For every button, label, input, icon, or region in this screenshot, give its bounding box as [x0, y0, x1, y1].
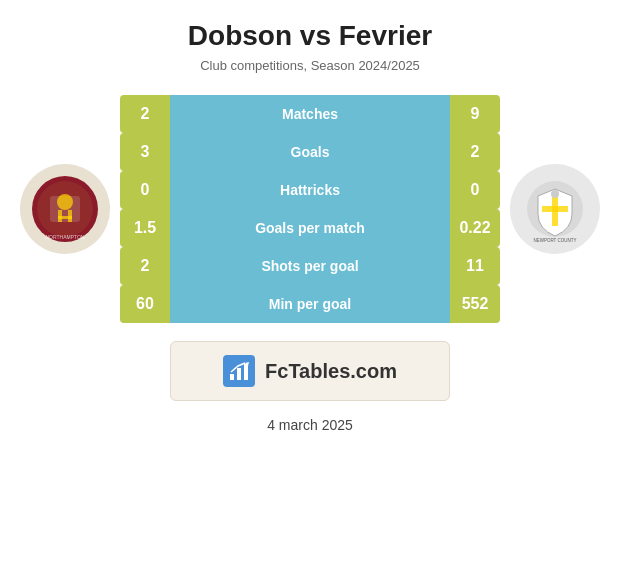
stat-label: Matches: [170, 95, 450, 133]
page-subtitle: Club competitions, Season 2024/2025: [200, 58, 420, 73]
svg-rect-15: [237, 368, 241, 380]
fctables-banner: FcTables.com: [170, 341, 450, 401]
stat-right-value: 0.22: [450, 209, 500, 247]
stat-right-value: 552: [450, 285, 500, 323]
stat-right-value: 11: [450, 247, 500, 285]
stat-left-value: 0: [120, 171, 170, 209]
stat-right-value: 9: [450, 95, 500, 133]
stat-left-value: 3: [120, 133, 170, 171]
match-date: 4 march 2025: [267, 417, 353, 433]
stat-row: 2Shots per goal11: [120, 247, 500, 285]
stat-left-value: 1.5: [120, 209, 170, 247]
stat-row: 1.5Goals per match0.22: [120, 209, 500, 247]
stats-section: NORTHAMPTON NEWPORT COUNTY 2Matches93Goa…: [20, 95, 600, 323]
stat-right-value: 0: [450, 171, 500, 209]
fctables-icon: [223, 355, 255, 387]
stat-row: 0Hattricks0: [120, 171, 500, 209]
stat-label: Shots per goal: [170, 247, 450, 285]
stat-row: 3Goals2: [120, 133, 500, 171]
stat-rows: 2Matches93Goals20Hattricks01.5Goals per …: [20, 95, 600, 323]
svg-rect-16: [244, 364, 248, 380]
stat-row: 60Min per goal552: [120, 285, 500, 323]
stat-row: 2Matches9: [120, 95, 500, 133]
stat-label: Goals per match: [170, 209, 450, 247]
stat-left-value: 2: [120, 95, 170, 133]
stat-label: Goals: [170, 133, 450, 171]
fctables-text: FcTables.com: [265, 360, 397, 383]
stat-label: Hattricks: [170, 171, 450, 209]
svg-rect-14: [230, 374, 234, 380]
page-title: Dobson vs Fevrier: [188, 20, 432, 52]
stat-left-value: 2: [120, 247, 170, 285]
stat-right-value: 2: [450, 133, 500, 171]
stat-left-value: 60: [120, 285, 170, 323]
stat-label: Min per goal: [170, 285, 450, 323]
